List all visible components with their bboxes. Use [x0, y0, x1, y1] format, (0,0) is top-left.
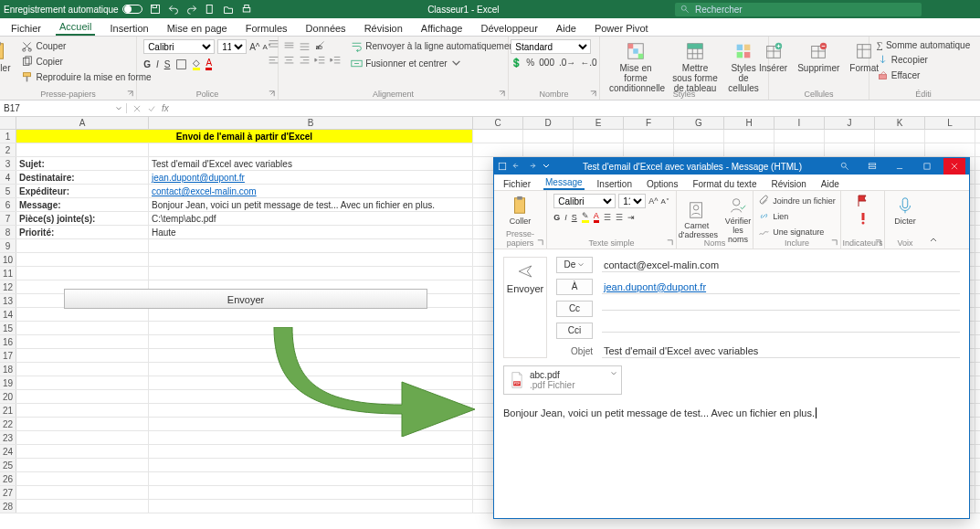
- ol-tags-dialog-launcher[interactable]: [874, 238, 882, 247]
- cell[interactable]: [149, 486, 473, 499]
- row-header[interactable]: 10: [0, 253, 16, 266]
- copy-button[interactable]: Copier: [19, 55, 153, 69]
- ol-font-color-button[interactable]: A: [594, 211, 599, 223]
- number-dialog-launcher[interactable]: [589, 90, 597, 98]
- row-header[interactable]: 15: [0, 322, 16, 334]
- ol-tab-message[interactable]: Message: [543, 176, 585, 190]
- cell[interactable]: [724, 130, 775, 143]
- fill-button[interactable]: Recopier: [875, 53, 972, 67]
- column-header[interactable]: K: [875, 117, 925, 129]
- tab-insert[interactable]: Insertion: [106, 21, 152, 36]
- row-header[interactable]: 6: [0, 198, 16, 211]
- increase-indent-icon[interactable]: [330, 55, 342, 67]
- cell[interactable]: [16, 472, 149, 485]
- cell[interactable]: [16, 239, 149, 252]
- ol-tab-file[interactable]: Fichier: [501, 178, 532, 190]
- increase-decimal-button[interactable]: .0→: [559, 58, 575, 68]
- autosave-toggle[interactable]: [122, 5, 142, 14]
- maximize-button[interactable]: [916, 158, 938, 175]
- cut-button[interactable]: Couper: [19, 39, 153, 53]
- select-all-corner[interactable]: [0, 117, 16, 129]
- cell[interactable]: Message:: [16, 198, 149, 211]
- ol-clipboard-dialog-launcher[interactable]: [536, 238, 544, 247]
- row-header[interactable]: 5: [0, 185, 16, 197]
- attach-file-button[interactable]: Joindre un fichier: [756, 194, 838, 207]
- cell[interactable]: [523, 143, 574, 156]
- subject-field[interactable]: Test d'email d'Excel avec variables: [602, 344, 960, 358]
- row-header[interactable]: 21: [0, 404, 16, 417]
- save-icon[interactable]: [150, 4, 161, 15]
- ol-tab-review[interactable]: Révision: [769, 178, 807, 190]
- decrease-indent-icon[interactable]: [314, 55, 326, 67]
- cc-field[interactable]: [602, 308, 960, 311]
- cell[interactable]: [16, 390, 149, 403]
- tab-file[interactable]: Fichier: [7, 21, 45, 36]
- orientation-icon[interactable]: ab: [314, 39, 326, 51]
- ol-tab-insert[interactable]: Insertion: [595, 178, 634, 190]
- cell[interactable]: [473, 143, 523, 156]
- cell[interactable]: Test d'email d'Excel avec variables: [149, 157, 473, 170]
- row-header[interactable]: 13: [0, 294, 16, 307]
- cell[interactable]: [775, 143, 825, 156]
- cell[interactable]: [16, 376, 149, 389]
- decrease-decimal-button[interactable]: ←.0: [580, 58, 596, 68]
- ol-tab-help[interactable]: Aide: [819, 178, 841, 190]
- row-header[interactable]: 12: [0, 280, 16, 293]
- cell[interactable]: [16, 253, 149, 266]
- cell[interactable]: [149, 459, 473, 471]
- tab-home[interactable]: Accueil: [56, 19, 95, 36]
- cancel-formula-icon[interactable]: [132, 104, 142, 113]
- redo-icon[interactable]: [186, 4, 197, 15]
- tab-layout[interactable]: Mise en page: [163, 21, 231, 36]
- collapse-ribbon-icon[interactable]: [929, 236, 938, 245]
- chevron-down-icon[interactable]: [610, 370, 617, 377]
- ol-tab-options[interactable]: Options: [645, 178, 680, 190]
- from-button[interactable]: De: [556, 257, 593, 273]
- cell[interactable]: [16, 459, 149, 471]
- wrap-text-button[interactable]: Renvoyer à la ligne automatiquement: [349, 39, 519, 53]
- cc-button[interactable]: Cc: [556, 301, 593, 317]
- format-as-table-button[interactable]: Mettre sous forme de tableau: [669, 39, 722, 95]
- row-header[interactable]: 4: [0, 171, 16, 184]
- cell[interactable]: jean.dupont@dupont.fr: [149, 171, 473, 184]
- ol-font-name[interactable]: Calibri: [553, 194, 616, 208]
- ol-highlight-button[interactable]: ✎: [582, 211, 589, 223]
- row-header[interactable]: 1: [0, 130, 16, 143]
- delete-cells-button[interactable]: Supprimer: [794, 39, 843, 75]
- cell[interactable]: [825, 143, 875, 156]
- signature-button[interactable]: Une signature: [756, 225, 838, 238]
- format-painter-button[interactable]: Reproduire la mise en forme: [19, 70, 153, 84]
- cell[interactable]: Sujet:: [16, 157, 149, 170]
- clear-button[interactable]: Effacer: [875, 69, 972, 82]
- number-format-select[interactable]: Standard: [511, 39, 591, 54]
- column-header[interactable]: D: [523, 117, 574, 129]
- cell-link[interactable]: jean.dupont@dupont.fr: [152, 173, 245, 183]
- row-header[interactable]: 2: [0, 143, 16, 156]
- high-importance-icon[interactable]: [856, 211, 870, 226]
- cell[interactable]: contact@excel-malin.com: [149, 185, 473, 197]
- row-header[interactable]: 19: [0, 376, 16, 389]
- cell[interactable]: C:\temp\abc.pdf: [149, 212, 473, 225]
- outlook-undo-icon[interactable]: [512, 162, 522, 171]
- row-header[interactable]: 9: [0, 239, 16, 252]
- column-header[interactable]: F: [624, 117, 674, 129]
- tab-data[interactable]: Données: [302, 21, 350, 36]
- conditional-formatting-button[interactable]: Mise en forme conditionnelle: [606, 39, 666, 95]
- align-right-icon[interactable]: [299, 55, 311, 67]
- row-header[interactable]: 20: [0, 390, 16, 403]
- cell[interactable]: [473, 130, 523, 143]
- insert-cells-button[interactable]: Insérer: [755, 39, 791, 75]
- fx-icon[interactable]: fx: [162, 103, 169, 113]
- row-header[interactable]: 27: [0, 486, 16, 499]
- ol-font-dialog-launcher[interactable]: [666, 238, 674, 247]
- row-header[interactable]: 3: [0, 157, 16, 170]
- cell[interactable]: [149, 472, 473, 485]
- cell[interactable]: Priorité:: [16, 226, 149, 238]
- cell[interactable]: [16, 418, 149, 430]
- ol-indent-button[interactable]: ⇥: [627, 213, 635, 222]
- cell[interactable]: [875, 130, 925, 143]
- cell[interactable]: [523, 130, 574, 143]
- cell[interactable]: [149, 143, 473, 156]
- cell[interactable]: [16, 500, 149, 513]
- merge-center-button[interactable]: Fusionner et centrer: [349, 57, 519, 70]
